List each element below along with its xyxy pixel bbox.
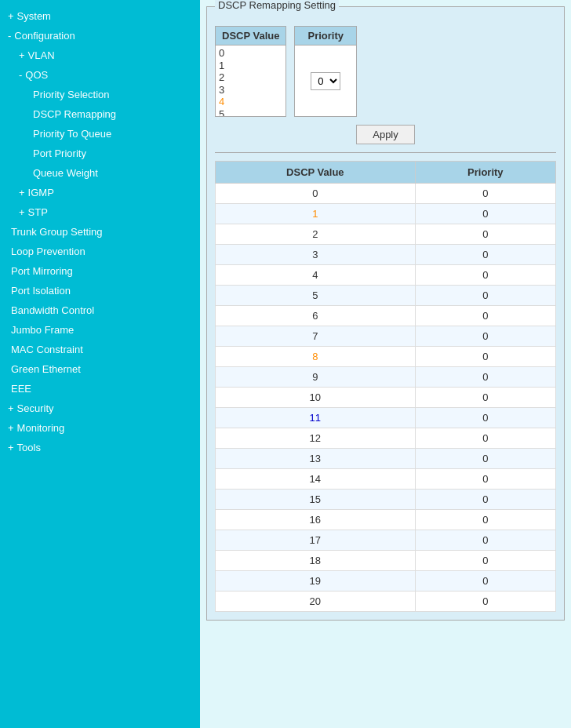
sidebar: +System-Configuration+VLAN-QOSPriority S… <box>0 0 200 728</box>
table-row: 170 <box>216 530 556 551</box>
table-cell-priority: 0 <box>415 428 555 449</box>
table-cell-priority: 0 <box>415 408 555 428</box>
table-cell-priority: 0 <box>415 286 555 306</box>
table-cell-dscp: 9 <box>216 367 416 388</box>
table-row: 00 <box>216 184 556 204</box>
sidebar-item-label-mac-constraint: MAC Constraint <box>11 344 83 355</box>
table-cell-dscp: 8 <box>216 347 416 367</box>
sidebar-item-label-system: System <box>17 10 51 22</box>
sidebar-item-label-vlan: VLAN <box>28 49 55 61</box>
table-cell-dscp: 7 <box>216 326 416 347</box>
table-row: 10 <box>216 204 556 224</box>
table-row: 50 <box>216 286 556 306</box>
sidebar-item-label-priority-selection: Priority Selection <box>33 89 110 100</box>
sidebar-item-system[interactable]: +System <box>0 6 200 26</box>
sidebar-item-security[interactable]: +Security <box>0 399 200 418</box>
sidebar-item-label-loop-prevention: Loop Prevention <box>11 246 85 257</box>
sidebar-item-eee[interactable]: EEE <box>0 379 200 399</box>
dscp-table: DSCP Value Priority 00102030405060708090… <box>215 161 556 612</box>
table-row: 90 <box>216 367 556 388</box>
sidebar-item-label-trunk-group: Trunk Group Setting <box>11 226 103 238</box>
table-cell-dscp: 1 <box>216 204 416 224</box>
sidebar-item-prefix-security: + <box>8 402 14 414</box>
sidebar-item-priority-selection[interactable]: Priority Selection <box>0 85 200 104</box>
table-row: 180 <box>216 551 556 571</box>
sidebar-item-trunk-group[interactable]: Trunk Group Setting <box>0 222 200 242</box>
table-cell-dscp: 11 <box>216 408 416 428</box>
table-cell-dscp: 14 <box>216 469 416 490</box>
priority-body: 01234567 <box>295 46 356 116</box>
table-row: 130 <box>216 449 556 469</box>
table-row: 140 <box>216 469 556 490</box>
dscp-listbox-select[interactable]: 012345 <box>216 46 263 116</box>
sidebar-item-label-qos: QOS <box>25 69 48 81</box>
table-cell-priority: 0 <box>415 592 555 612</box>
table-cell-priority: 0 <box>415 551 555 571</box>
table-cell-priority: 0 <box>415 184 555 204</box>
apply-button[interactable]: Apply <box>356 125 415 144</box>
table-cell-dscp: 0 <box>216 184 416 204</box>
table-row: 40 <box>216 265 556 286</box>
table-cell-dscp: 6 <box>216 306 416 326</box>
form-area: DSCP Value 012345 Priority 01234567 <box>215 26 556 117</box>
sidebar-item-green-ethernet[interactable]: Green Ethernet <box>0 359 200 379</box>
table-cell-priority: 0 <box>415 347 555 367</box>
table-col1-header: DSCP Value <box>216 162 416 184</box>
sidebar-item-prefix-vlan: + <box>19 49 25 61</box>
table-cell-priority: 0 <box>415 367 555 388</box>
sidebar-item-port-mirroring[interactable]: Port Mirroring <box>0 261 200 281</box>
table-cell-dscp: 17 <box>216 530 416 551</box>
sidebar-item-priority-to-queue[interactable]: Priority To Queue <box>0 124 200 144</box>
table-row: 150 <box>216 490 556 510</box>
table-cell-priority: 0 <box>415 490 555 510</box>
priority-dropdown[interactable]: 01234567 <box>311 72 340 90</box>
divider <box>215 152 556 153</box>
main-content: DSCP Remapping Setting DSCP Value 012345… <box>200 0 571 728</box>
table-cell-priority: 0 <box>415 510 555 530</box>
table-row: 100 <box>216 388 556 408</box>
sidebar-item-label-port-isolation: Port Isolation <box>11 285 71 297</box>
sidebar-item-port-priority[interactable]: Port Priority <box>0 144 200 163</box>
sidebar-item-label-port-mirroring: Port Mirroring <box>11 265 73 277</box>
sidebar-item-configuration[interactable]: -Configuration <box>0 26 200 46</box>
sidebar-item-label-bandwidth-control: Bandwidth Control <box>11 304 94 316</box>
sidebar-item-vlan[interactable]: +VLAN <box>0 46 200 65</box>
priority-col: Priority 01234567 <box>294 26 357 117</box>
panel-title: DSCP Remapping Setting <box>215 0 339 11</box>
sidebar-item-loop-prevention[interactable]: Loop Prevention <box>0 242 200 261</box>
dscp-remapping-panel: DSCP Remapping Setting DSCP Value 012345… <box>206 6 565 621</box>
sidebar-item-igmp[interactable]: +IGMP <box>0 183 200 202</box>
table-cell-priority: 0 <box>415 245 555 265</box>
table-cell-priority: 0 <box>415 224 555 245</box>
sidebar-item-queue-weight[interactable]: Queue Weight <box>0 163 200 183</box>
sidebar-item-label-configuration: Configuration <box>14 30 75 42</box>
sidebar-item-stp[interactable]: +STP <box>0 202 200 222</box>
table-cell-priority: 0 <box>415 204 555 224</box>
table-row: 60 <box>216 306 556 326</box>
table-cell-dscp: 13 <box>216 449 416 469</box>
sidebar-item-bandwidth-control[interactable]: Bandwidth Control <box>0 300 200 320</box>
table-row: 30 <box>216 245 556 265</box>
table-cell-dscp: 18 <box>216 551 416 571</box>
sidebar-item-dscp-remapping[interactable]: DSCP Remapping <box>0 104 200 124</box>
sidebar-item-prefix-configuration: - <box>8 30 11 42</box>
sidebar-item-mac-constraint[interactable]: MAC Constraint <box>0 340 200 359</box>
sidebar-item-label-green-ethernet: Green Ethernet <box>11 363 81 375</box>
sidebar-item-tools[interactable]: +Tools <box>0 438 200 457</box>
sidebar-item-label-eee: EEE <box>11 383 31 395</box>
sidebar-item-qos[interactable]: -QOS <box>0 65 200 85</box>
sidebar-item-monitoring[interactable]: +Monitoring <box>0 418 200 438</box>
priority-col-header: Priority <box>295 27 356 46</box>
sidebar-item-jumbo-frame[interactable]: Jumbo Frame <box>0 320 200 340</box>
sidebar-item-port-isolation[interactable]: Port Isolation <box>0 281 200 300</box>
listbox-body: 012345 <box>216 46 286 116</box>
sidebar-item-prefix-tools: + <box>8 442 14 453</box>
table-cell-priority: 0 <box>415 306 555 326</box>
sidebar-item-label-monitoring: Monitoring <box>17 422 65 434</box>
sidebar-item-label-queue-weight: Queue Weight <box>33 167 98 179</box>
sidebar-item-prefix-system: + <box>8 10 14 22</box>
sidebar-item-label-stp: STP <box>28 206 48 218</box>
table-cell-priority: 0 <box>415 530 555 551</box>
table-col2-header: Priority <box>415 162 555 184</box>
table-cell-dscp: 4 <box>216 265 416 286</box>
